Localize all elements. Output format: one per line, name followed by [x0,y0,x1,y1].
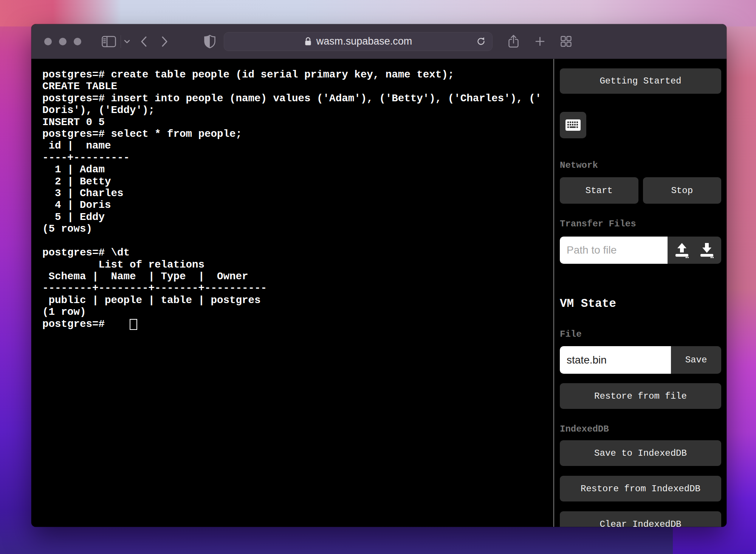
grid-icon [561,36,572,47]
file-section-label: File [560,329,721,339]
close-button[interactable] [44,38,52,45]
address-bar[interactable]: wasm.supabase.com [224,32,493,51]
terminal-cursor [130,319,137,330]
network-start-button[interactable]: Start [560,177,638,204]
reload-button[interactable] [476,36,486,46]
keyboard-icon [565,119,581,131]
clear-indexeddb-button[interactable]: Clear IndexedDB [560,511,721,527]
terminal-prompt-line: postgres=# [42,318,551,330]
desktop: wasm.supabase.com [0,0,756,554]
getting-started-button[interactable]: Getting Started [560,68,721,94]
shield-icon [204,35,215,48]
network-stop-button[interactable]: Stop [643,177,722,204]
vm-state-heading: VM State [560,297,721,310]
url-text: wasm.supabase.com [316,36,412,47]
minimize-button[interactable] [59,38,67,45]
save-state-button[interactable]: Save [671,346,721,374]
sidebar-icon [102,36,116,47]
restore-from-file-button[interactable]: Restore from file [560,383,721,409]
download-file-button[interactable] [698,242,716,258]
lock-icon [304,37,312,46]
tab-group-dropdown-button[interactable] [124,40,130,43]
forward-button[interactable] [161,36,168,47]
new-tab-button[interactable] [535,37,545,46]
chevron-left-icon [141,36,147,47]
transfer-files-section-label: Transfer Files [560,219,721,229]
safari-window: wasm.supabase.com [31,24,727,527]
save-to-indexeddb-button[interactable]: Save to IndexedDB [560,440,721,466]
tab-overview-button[interactable] [561,36,572,47]
network-section-label: Network [560,160,721,170]
reload-icon [476,36,486,46]
traffic-lights [44,38,81,45]
terminal-output: postgres=# create table people (id seria… [42,69,551,318]
transfer-icon-panel [668,237,721,264]
toolbar-separator [121,35,121,48]
upload-file-button[interactable] [673,242,691,258]
chevron-right-icon [161,36,168,47]
share-button[interactable] [508,34,519,48]
plus-icon [535,37,545,46]
transfer-files-row [560,237,721,264]
control-sidebar: Getting Started [554,59,727,527]
download-icon [698,242,716,258]
chevron-down-icon [124,40,130,43]
zoom-button[interactable] [74,38,81,45]
share-icon [508,34,519,48]
upload-icon [673,242,691,258]
state-file-input[interactable] [560,346,671,374]
sidebar-toggle-button[interactable] [102,36,116,47]
postgres-terminal[interactable]: postgres=# create table people (id seria… [31,59,553,527]
browser-toolbar: wasm.supabase.com [31,24,727,59]
vm-file-row: Save [560,346,721,374]
keyboard-button[interactable] [560,112,586,138]
back-button[interactable] [141,36,147,47]
restore-from-indexeddb-button[interactable]: Restore from IndexedDB [560,476,721,501]
path-to-file-input[interactable] [560,237,668,264]
privacy-report-button[interactable] [204,35,215,48]
terminal-prompt: postgres=# [42,318,130,330]
indexeddb-section-label: IndexedDB [560,424,721,434]
